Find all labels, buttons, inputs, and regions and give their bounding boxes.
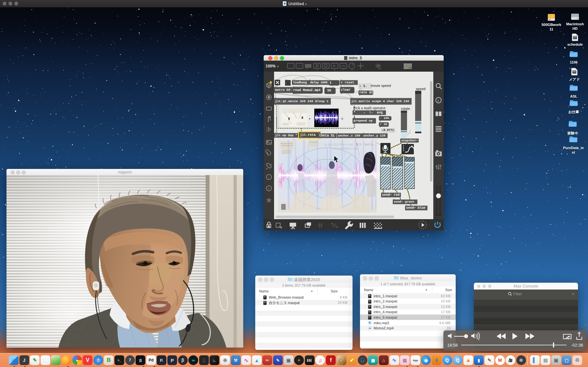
svg-text:ももいろクローバーZ「重力『BIRTH』: ももいろクローバーZ「重力『BIRTH』 bbox=[324, 143, 376, 146]
svg-text:G: G bbox=[369, 321, 371, 324]
svg-text:b: b bbox=[268, 187, 270, 190]
svg-text:-02:36: -02:36 bbox=[571, 343, 583, 348]
svg-text:///: /// bbox=[298, 65, 302, 67]
svg-text:「5TH DIMENSION」收録: 「5TH DIMENSION」收録 bbox=[331, 148, 358, 150]
svg-text:v: v bbox=[268, 176, 269, 179]
svg-text:18:58: 18:58 bbox=[447, 343, 458, 348]
